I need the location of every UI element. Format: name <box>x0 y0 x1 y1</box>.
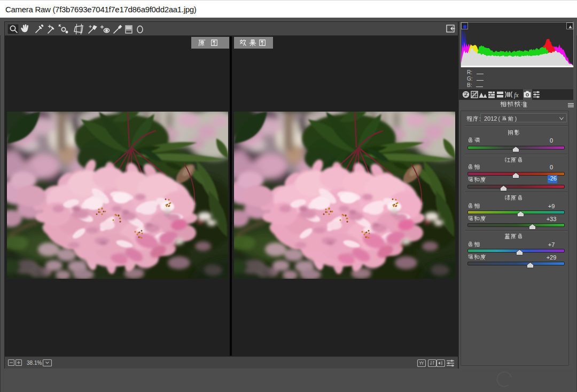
svg-text:38.1%: 38.1% <box>27 360 42 366</box>
svg-text:fx: fx <box>514 91 519 99</box>
